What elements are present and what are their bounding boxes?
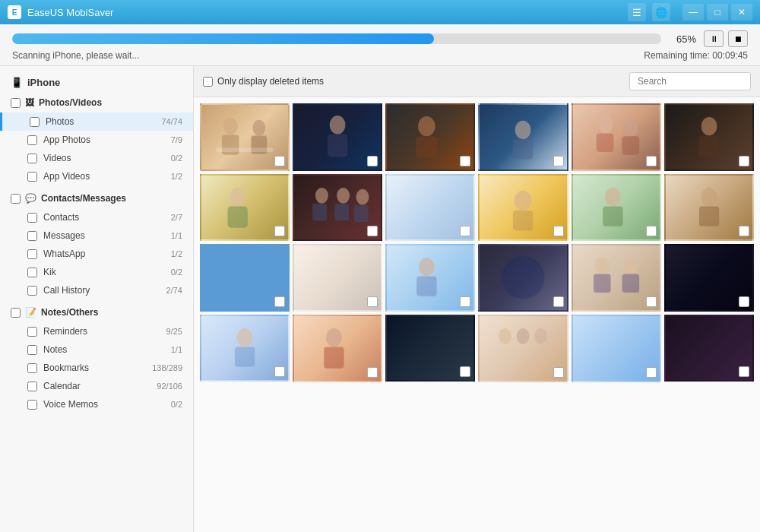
section-check-contacts[interactable] [11, 194, 21, 204]
globe-icon-btn[interactable]: 🌐 [652, 3, 670, 21]
sidebar-item-videos[interactable]: Videos 0/2 [0, 149, 193, 167]
check-call-history[interactable] [27, 286, 37, 296]
sidebar-item-voice-memos[interactable]: Voice Memos 0/2 [0, 395, 193, 413]
notes-section-icon: 📝 [25, 307, 36, 318]
photo-checkbox[interactable] [274, 226, 285, 236]
sidebar-item-photos[interactable]: Photos 74/74 [0, 112, 193, 131]
photo-cell[interactable] [572, 244, 661, 312]
photo-cell[interactable] [293, 315, 382, 382]
photo-cell[interactable] [478, 244, 568, 312]
svg-rect-14 [513, 139, 533, 159]
section-check-notes[interactable] [11, 308, 21, 318]
photo-cell[interactable] [200, 174, 290, 242]
photo-cell[interactable] [572, 103, 661, 171]
check-videos[interactable] [27, 154, 37, 163]
photo-cell[interactable] [200, 315, 290, 382]
voice-memos-count: 0/2 [171, 400, 182, 409]
search-input[interactable] [629, 72, 751, 90]
pause-button[interactable]: ⏸ [704, 30, 724, 47]
photo-cell[interactable] [572, 315, 661, 382]
sidebar-item-call-history[interactable]: Call History 2/74 [0, 281, 193, 299]
photo-checkbox[interactable] [367, 296, 378, 307]
photo-checkbox[interactable] [739, 156, 749, 166]
maximize-button[interactable]: □ [707, 4, 728, 21]
sidebar-item-notes[interactable]: Notes 1/1 [0, 340, 193, 359]
only-deleted-checkbox[interactable] [203, 77, 213, 87]
photo-checkbox[interactable] [739, 296, 749, 307]
photo-checkbox[interactable] [274, 366, 285, 377]
photo-cell[interactable] [293, 174, 382, 242]
photo-cell[interactable] [200, 244, 290, 312]
sidebar-item-calendar[interactable]: Calendar 92/106 [0, 377, 193, 395]
check-whatsapp[interactable] [27, 249, 37, 259]
menu-icon-btn[interactable]: ☰ [628, 3, 646, 21]
sidebar-item-bookmarks[interactable]: Bookmarks 138/289 [0, 359, 193, 377]
sidebar-item-contacts[interactable]: Contacts 2/7 [0, 208, 193, 226]
photo-checkbox[interactable] [646, 296, 657, 307]
photo-checkbox[interactable] [553, 296, 564, 307]
photo-cell[interactable] [664, 103, 754, 171]
photo-checkbox[interactable] [646, 367, 657, 378]
check-notes[interactable] [27, 345, 37, 355]
minimize-button[interactable]: — [682, 4, 704, 21]
check-messages[interactable] [27, 231, 37, 241]
section-header-photos-videos[interactable]: 🖼 Photos/Videos [0, 93, 193, 112]
sidebar-item-messages[interactable]: Messages 1/1 [0, 226, 193, 245]
photo-cell[interactable] [293, 244, 382, 312]
photo-checkbox[interactable] [367, 156, 378, 166]
stop-button[interactable]: ⏹ [728, 30, 748, 47]
photo-checkbox[interactable] [460, 296, 470, 307]
photo-cell[interactable] [385, 174, 475, 242]
photo-checkbox[interactable] [739, 226, 749, 236]
photo-cell[interactable] [385, 244, 475, 312]
photo-cell[interactable] [664, 244, 754, 312]
svg-point-46 [419, 258, 435, 276]
section-header-notes[interactable]: 📝 Notes/Others [0, 302, 193, 322]
photo-cell[interactable] [664, 315, 754, 382]
photo-checkbox[interactable] [646, 226, 657, 236]
photo-checkbox[interactable] [367, 226, 378, 236]
reminders-count: 9/25 [166, 327, 182, 336]
check-app-videos[interactable] [27, 172, 37, 182]
photos-section-icon: 🖼 [25, 97, 34, 108]
check-reminders[interactable] [27, 327, 37, 337]
photo-checkbox[interactable] [460, 226, 470, 236]
photo-checkbox[interactable] [553, 226, 564, 236]
section-check-photos[interactable] [11, 98, 21, 108]
photo-cell[interactable] [385, 103, 475, 171]
section-header-contacts[interactable]: 💬 Contacts/Messages [0, 188, 193, 208]
svg-point-28 [337, 188, 350, 204]
photo-checkbox[interactable] [460, 156, 470, 166]
check-photos[interactable] [30, 117, 40, 127]
sidebar-item-whatsapp[interactable]: WhatsApp 1/2 [0, 245, 193, 263]
sidebar-item-reminders[interactable]: Reminders 9/25 [0, 322, 193, 340]
photo-cell[interactable] [478, 174, 568, 242]
photo-checkbox[interactable] [460, 366, 470, 377]
sidebar-item-app-videos[interactable]: App Videos 1/2 [0, 167, 193, 185]
sidebar-item-app-photos[interactable]: App Photos 7/9 [0, 131, 193, 149]
photo-checkbox[interactable] [367, 367, 378, 378]
photo-checkbox[interactable] [739, 366, 749, 377]
photo-checkbox[interactable] [274, 156, 285, 166]
check-contacts[interactable] [27, 213, 37, 223]
photo-cell[interactable] [478, 315, 568, 382]
photo-cell[interactable] [664, 174, 754, 242]
check-voice-memos[interactable] [27, 400, 37, 410]
check-calendar[interactable] [27, 382, 37, 391]
photo-cell[interactable] [385, 315, 475, 382]
photo-checkbox[interactable] [274, 296, 285, 307]
close-button[interactable]: ✕ [731, 4, 752, 21]
check-kik[interactable] [27, 268, 37, 277]
photo-checkbox[interactable] [553, 156, 564, 166]
photo-cell[interactable] [293, 103, 382, 171]
photo-cell[interactable] [478, 103, 568, 171]
photo-checkbox[interactable] [646, 156, 657, 166]
check-bookmarks[interactable] [27, 363, 37, 373]
check-app-photos[interactable] [27, 135, 37, 145]
photo-cell[interactable] [200, 103, 290, 171]
call-history-label: Call History [43, 285, 166, 296]
only-deleted-label[interactable]: Only display deleted items [203, 76, 324, 87]
photo-checkbox[interactable] [553, 367, 564, 378]
photo-cell[interactable] [572, 174, 661, 242]
sidebar-item-kik[interactable]: Kik 0/2 [0, 263, 193, 281]
